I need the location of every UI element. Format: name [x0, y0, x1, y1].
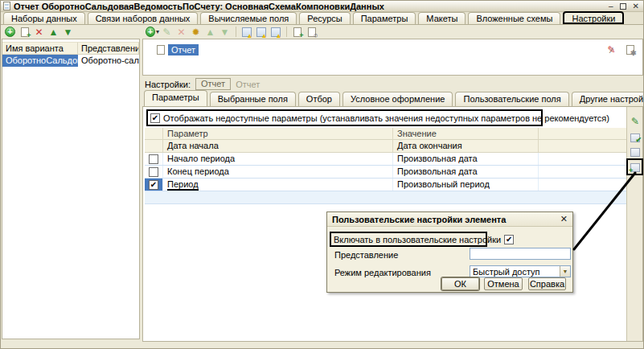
table-header: Параметр Значение [145, 128, 628, 140]
main-tab-bar: Наборы данных Связи наборов данных Вычис… [1, 12, 644, 25]
show-unavailable-checkbox[interactable]: ✔ [150, 113, 160, 123]
wand-icon[interactable]: ✹ [189, 26, 203, 39]
toolbar-row: + + ✕ ▲ ▼ +▾ ✎ ✕ ✹ ▲ ▼ ▲ ▲ ▲ + ○ [1, 25, 644, 39]
report-designer-window: Отчет ОборотноСальдоваяВедомостьПоСчету:… [0, 0, 644, 349]
row-checkbox[interactable]: ✔ [149, 180, 158, 190]
variants-header: Имя варианта Представление [2, 42, 139, 55]
tab-data-set-links[interactable]: Связи наборов данных [88, 12, 199, 24]
include-label: Включать в пользовательские настройки [331, 235, 501, 244]
presentation-input[interactable] [470, 248, 571, 260]
tree-item-label[interactable]: Отчет [168, 44, 199, 55]
minimize-icon[interactable]: – [609, 2, 613, 10]
group-param-cell[interactable]: Дата начала [163, 140, 393, 152]
add-variant-icon[interactable]: + [3, 26, 17, 39]
include-checkbox[interactable]: ✔ [504, 235, 514, 244]
edit-mode-select[interactable]: Быстрый доступ ▼ [470, 265, 571, 277]
group-value-cell[interactable]: Дата окончания [393, 140, 539, 152]
period-underline-annotation: Период [167, 179, 199, 191]
restore-icon[interactable] [620, 3, 626, 10]
delete-item-icon[interactable]: ✕ [174, 26, 188, 39]
tab-conditional-appearance[interactable]: Условное оформление [343, 92, 453, 106]
move-variant-up-icon[interactable]: ▲ [47, 26, 60, 39]
tab-parameters[interactable]: Параметры [353, 12, 416, 24]
structure-toolbar: +▾ ✎ ✕ ✹ ▲ ▼ ▲ ▲ ▲ + ○ [142, 25, 319, 39]
column-name: Имя варианта [2, 43, 78, 54]
page-settings-icon[interactable]: ✱ [623, 43, 637, 56]
param-cell[interactable]: Конец периода [163, 166, 393, 178]
param-cell[interactable]: Период [163, 179, 393, 191]
ok-button[interactable]: ОК [441, 277, 479, 290]
add-schema-icon[interactable]: + [290, 26, 304, 39]
chevron-down-icon[interactable]: ▼ [560, 266, 570, 277]
tab-user-fields[interactable]: Пользовательские поля [455, 92, 568, 106]
report-settings-icon-2[interactable]: ▲ [254, 26, 268, 39]
close-icon[interactable]: ✕ [633, 2, 639, 10]
edit-item-icon[interactable]: ✎ [160, 26, 174, 39]
view-schema-icon[interactable]: ○ [305, 26, 318, 39]
move-item-up-icon[interactable]: ▲ [203, 26, 217, 39]
edit-parameter-icon[interactable]: ✎ [630, 116, 641, 127]
delete-variant-icon[interactable]: ✕ [32, 26, 46, 39]
toolbar-separator [286, 27, 287, 37]
dialog-close-icon[interactable]: ✕ [560, 214, 568, 224]
row-checkbox[interactable] [149, 167, 158, 177]
tab-templates[interactable]: Макеты [418, 12, 466, 24]
variant-row[interactable]: ОборотноСальдов... Оборотно-сальдо... [2, 55, 139, 67]
user-settings-icon-annotation [626, 158, 643, 175]
variants-panel: Имя варианта Представление ОборотноСальд… [2, 39, 140, 339]
add-item-icon[interactable]: +▾ [146, 26, 159, 39]
user-settings-dialog: Пользовательские настройки элемента ✕ Вк… [326, 211, 573, 293]
move-variant-down-icon[interactable]: ▼ [61, 26, 75, 39]
report-settings-icon-3[interactable]: ▲ [269, 26, 282, 39]
value-cell[interactable]: Произвольная дата [393, 166, 539, 178]
tab-parameters-inner[interactable]: Параметры [144, 90, 207, 106]
row-checkbox[interactable] [149, 154, 158, 164]
clear-value-icon[interactable] [630, 146, 641, 158]
dialog-title-bar: Пользовательские настройки элемента ✕ [327, 212, 572, 227]
dialog-title: Пользовательские настройки элемента [332, 215, 506, 224]
table-row[interactable]: Конец периода Произвольная дата [145, 166, 628, 179]
tab-calculated-fields[interactable]: Вычисляемые поля [200, 12, 297, 24]
variant-presentation-cell[interactable]: Оборотно-сальдо... [78, 55, 139, 67]
tab-data-sets[interactable]: Наборы данных [3, 12, 85, 24]
structure-tree-panel: Отчет ✎∕ ✱ [142, 39, 643, 76]
copy-variant-icon[interactable]: + [18, 26, 31, 39]
tab-nested-schemas[interactable]: Вложенные схемы [468, 12, 560, 24]
toolbar-separator [236, 27, 236, 37]
settings-label: Настройки: [145, 80, 191, 89]
table-empty-row[interactable] [145, 191, 628, 204]
set-value-icon[interactable]: ✔ [630, 132, 641, 143]
right-toolbar-strip: ✎ ✔ + [626, 107, 642, 341]
value-cell[interactable]: Произвольная дата [393, 153, 539, 165]
include-annotation: Включать в пользовательские настройки ✔ [330, 232, 487, 247]
variant-name-cell[interactable]: ОборотноСальдов... [2, 55, 78, 67]
table-row-period[interactable]: ✔ Период Произвольный период [145, 179, 628, 191]
variants-toolbar: + + ✕ ▲ ▼ [1, 25, 142, 39]
tab-other-settings[interactable]: Другие настройки [572, 92, 644, 106]
report-settings-icon-1[interactable]: ▲ [240, 26, 253, 39]
tab-selected-fields[interactable]: Выбранные поля [210, 92, 296, 106]
value-cell[interactable]: Произвольный период [393, 179, 539, 191]
settings-header-row: Настройки: Отчет Отчет [142, 77, 643, 91]
report-button[interactable]: Отчет [195, 78, 231, 90]
presentation-label: Представление [334, 250, 398, 260]
settings-tab-bar: Параметры Выбранные поля Отбор Условное … [142, 91, 643, 107]
param-cell[interactable]: Начало периода [163, 153, 393, 165]
tab-resources[interactable]: Ресурсы [299, 12, 350, 24]
column-parameter: Параметр [163, 128, 393, 139]
help-button[interactable]: Справка [528, 277, 566, 290]
move-item-down-icon[interactable]: ▼ [218, 26, 232, 39]
document-icon [157, 45, 165, 55]
column-value: Значение [393, 128, 539, 139]
table-row[interactable]: Начало периода Произвольная дата [145, 153, 628, 166]
tab-settings[interactable]: Настройки [563, 11, 624, 24]
cancel-button[interactable]: Отмена [484, 277, 523, 290]
clear-appearance-icon[interactable]: ✎∕ [605, 43, 618, 56]
edit-mode-label: Режим редактирования [334, 268, 431, 277]
tab-filter[interactable]: Отбор [298, 92, 340, 106]
report-secondary-label: Отчет [236, 80, 260, 89]
window-icon [3, 2, 10, 10]
tree-item-report[interactable]: Отчет [157, 44, 199, 55]
column-presentation: Представление [78, 43, 139, 54]
table-group-row[interactable]: Дата начала Дата окончания [145, 140, 628, 153]
